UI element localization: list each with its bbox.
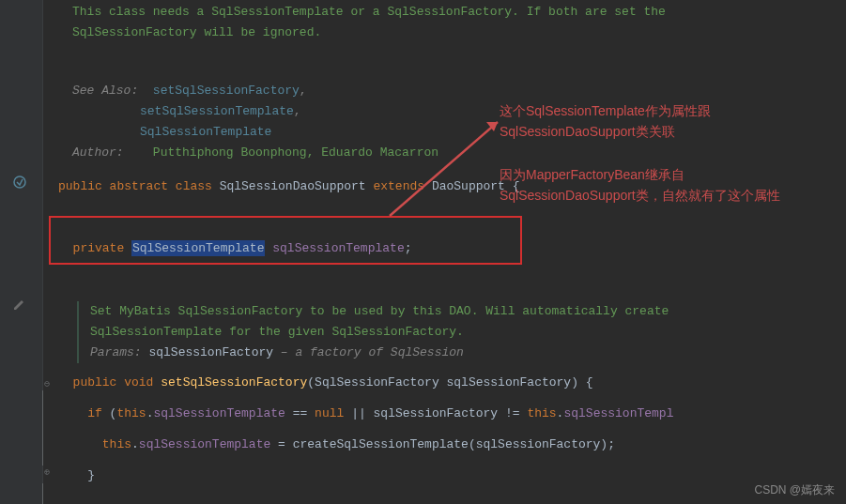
- svg-point-0: [14, 176, 25, 188]
- author-value: Putthiphong Boonphong, Eduardo Macarron: [153, 145, 438, 160]
- annotation-2: 因为MapperFactoryBean继承自 SqlSessionDaoSupp…: [500, 164, 780, 206]
- doc-text: SqlSessionFactory will be ignored.: [72, 25, 321, 39]
- method-declaration: public void setSqlSessionFactory(SqlSess…: [58, 367, 846, 398]
- fold-line2: [42, 483, 43, 504]
- fold-line: [42, 390, 43, 466]
- author-label: Author:: [72, 145, 124, 160]
- assignment: this.sqlSessionTemplate = createSqlSessi…: [58, 429, 846, 460]
- params-label: Params:: [90, 345, 148, 359]
- doc-link[interactable]: SqlSessionTemplate: [140, 125, 271, 139]
- field-declaration: private SqlSessionTemplate sqlSessionTem…: [58, 233, 846, 264]
- annotation-1: 这个SqlSessionTemplate作为属性跟 SqlSessionDaoS…: [500, 100, 711, 142]
- if-statement: if (this.sqlSessionTemplate == null || s…: [58, 398, 846, 429]
- doc-text: Set MyBatis SqlSessionFactory to be used…: [90, 301, 846, 322]
- override-icon[interactable]: [12, 175, 27, 193]
- method-javadoc: Set MyBatis SqlSessionFactory to be used…: [77, 301, 846, 363]
- see-also-label: See Also:: [72, 84, 138, 98]
- fold-marker[interactable]: ⊖: [42, 378, 52, 389]
- edit-icon[interactable]: [12, 298, 25, 315]
- fold-marker-end[interactable]: ⊕: [42, 466, 52, 478]
- gutter: [0, 0, 43, 504]
- watermark: CSDN @嫣夜来: [754, 482, 835, 498]
- param-name: sqlSessionFactory: [148, 345, 273, 359]
- doc-text: This class needs a SqlSessionTemplate or…: [72, 5, 666, 19]
- code-editor[interactable]: This class needs a SqlSessionTemplate or…: [58, 0, 846, 491]
- doc-link[interactable]: setSqlSessionFactory: [153, 84, 300, 98]
- class-javadoc: This class needs a SqlSessionTemplate or…: [58, 0, 846, 163]
- doc-link[interactable]: setSqlSessionTemplate: [140, 104, 294, 118]
- selected-type: SqlSessionTemplate: [131, 240, 265, 256]
- close-brace: }: [58, 460, 846, 491]
- doc-text: SqlSessionTemplate for the given SqlSess…: [90, 322, 846, 343]
- param-desc: – a factory of SqlSession: [273, 345, 464, 359]
